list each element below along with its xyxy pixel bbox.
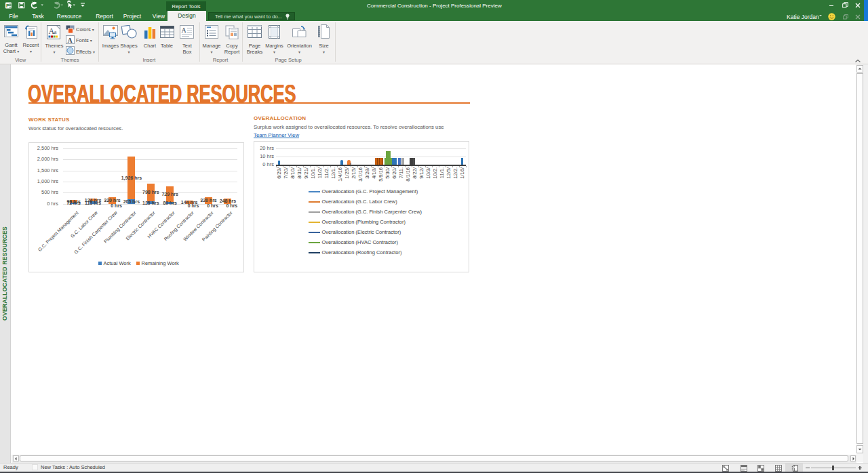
svg-text:A: A — [182, 26, 187, 34]
svg-text:a: a — [54, 28, 57, 35]
svg-text:A: A — [68, 37, 73, 44]
svg-text:P: P — [6, 3, 9, 9]
